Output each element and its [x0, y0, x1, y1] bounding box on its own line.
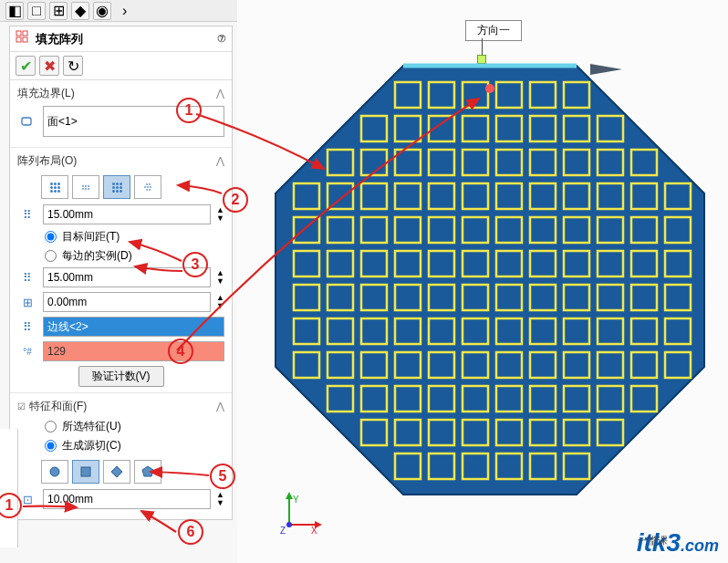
spacing1-input[interactable]	[43, 204, 211, 224]
toolbar-btn-2[interactable]: □	[27, 2, 46, 20]
svg-text:Y: Y	[293, 495, 299, 505]
features-section: ☑ 特征和面(F) ⋀ 所选特征(U) 生成源切(C) ⊡ ▲▼	[10, 393, 232, 519]
svg-marker-8	[142, 466, 153, 476]
toolbar-btn-4[interactable]: ◆	[71, 2, 89, 20]
panel-expand-icon[interactable]: ⑦	[217, 33, 226, 45]
margin-input[interactable]	[43, 292, 211, 312]
collapse-icon[interactable]: ⋀	[216, 88, 224, 99]
watermark-logo: 一堂课 itk3.com	[637, 528, 719, 558]
loop-spacing-icon: ⠿	[17, 268, 37, 287]
boundary-section: 填充边界(L) ⋀	[10, 80, 232, 148]
spinner-icon[interactable]: ▲▼	[216, 294, 224, 310]
seed-shape-buttons	[17, 457, 224, 489]
direction-icon: ⠿	[17, 318, 37, 336]
svg-point-139	[286, 522, 292, 527]
svg-point-5	[50, 467, 59, 476]
cancel-button[interactable]: ✖	[39, 56, 59, 76]
target-spacing-radio[interactable]: 目标间距(T)	[17, 229, 224, 245]
boundary-input[interactable]	[43, 106, 224, 137]
svg-marker-11	[590, 64, 622, 75]
svg-marker-134	[286, 492, 293, 499]
left-edge-panel	[0, 429, 18, 547]
svg-rect-1	[23, 31, 27, 36]
viewport-3d[interactable]: 方向一 Y X Z 一堂课 itk3.com	[237, 0, 728, 563]
svg-rect-6	[81, 467, 90, 476]
size-icon: ⊡	[17, 490, 37, 508]
svg-rect-2	[16, 37, 21, 42]
layout-pattern-buttons	[17, 173, 224, 204]
shape-square-btn[interactable]	[72, 460, 99, 484]
toolbar-btn-3[interactable]: ⊞	[49, 2, 68, 20]
pattern-grid-btn[interactable]	[41, 175, 68, 199]
accept-bar: ✔ ✖ ↻	[10, 52, 232, 80]
seed-size-input[interactable]	[43, 489, 211, 509]
panel-title: 填充阵列	[36, 31, 83, 47]
selected-features-radio[interactable]: 所选特征(U)	[17, 419, 224, 434]
count-input[interactable]	[43, 341, 224, 361]
pattern-square-btn[interactable]	[103, 175, 130, 199]
face-icon	[17, 112, 37, 130]
instances-per-side-radio[interactable]: 每边的实例(D)	[17, 248, 224, 264]
spinner-icon[interactable]: ▲▼	[216, 206, 224, 223]
count-icon: °#	[17, 342, 37, 360]
model-octagon	[266, 57, 713, 513]
pattern-circular-btn[interactable]	[72, 175, 99, 199]
spacing-icon: ⠿	[17, 205, 37, 224]
collapse-icon[interactable]: ⋀	[216, 401, 224, 412]
verify-count-button[interactable]: 验证计数(V)	[78, 366, 164, 387]
spinner-icon[interactable]: ▲▼	[216, 269, 224, 286]
shape-circle-btn[interactable]	[41, 460, 68, 484]
shape-diamond-btn[interactable]	[103, 460, 130, 484]
svg-rect-0	[16, 31, 21, 36]
svg-point-132	[485, 84, 494, 93]
annotation-6: 6	[178, 519, 203, 545]
boundary-header[interactable]: 填充边界(L) ⋀	[17, 86, 224, 101]
collapse-icon[interactable]: ⋀	[216, 155, 224, 167]
property-panel: 填充阵列 ⑦ ✔ ✖ ↻ 填充边界(L) ⋀ 阵列布局(O) ⋀	[9, 26, 233, 520]
svg-rect-4	[22, 118, 31, 125]
panel-title-bar: 填充阵列 ⑦	[10, 26, 232, 52]
pattern-polygon-btn[interactable]	[134, 175, 161, 199]
spacing2-input[interactable]	[43, 267, 211, 287]
ok-button[interactable]: ✔	[16, 56, 36, 76]
svg-rect-3	[23, 37, 27, 42]
toolbar-btn-5[interactable]: ◉	[93, 2, 111, 20]
spinner-icon[interactable]: ▲▼	[216, 491, 224, 507]
direction-input[interactable]	[43, 317, 224, 337]
svg-marker-9	[276, 66, 704, 495]
layout-section: 阵列布局(O) ⋀ ⠿ ▲▼ 目标间距(T) 每边的实例(D) ⠿ ▲▼ ⊞	[10, 148, 232, 393]
svg-text:X: X	[311, 526, 317, 536]
create-seed-cut-radio[interactable]: 生成源切(C)	[17, 438, 224, 454]
shape-polygon-btn[interactable]	[134, 460, 161, 484]
margin-icon: ⊞	[17, 293, 37, 311]
svg-text:Z: Z	[280, 526, 286, 536]
features-header[interactable]: ☑ 特征和面(F) ⋀	[17, 399, 224, 414]
svg-marker-7	[111, 466, 122, 477]
preview-button[interactable]: ↻	[63, 56, 83, 76]
fill-pattern-icon	[16, 30, 30, 47]
toolbar-btn-1[interactable]: ◧	[5, 2, 24, 20]
direction-callout[interactable]: 方向一	[465, 20, 522, 41]
layout-header[interactable]: 阵列布局(O) ⋀	[17, 153, 224, 169]
axis-triad[interactable]: Y X Z	[278, 490, 324, 536]
